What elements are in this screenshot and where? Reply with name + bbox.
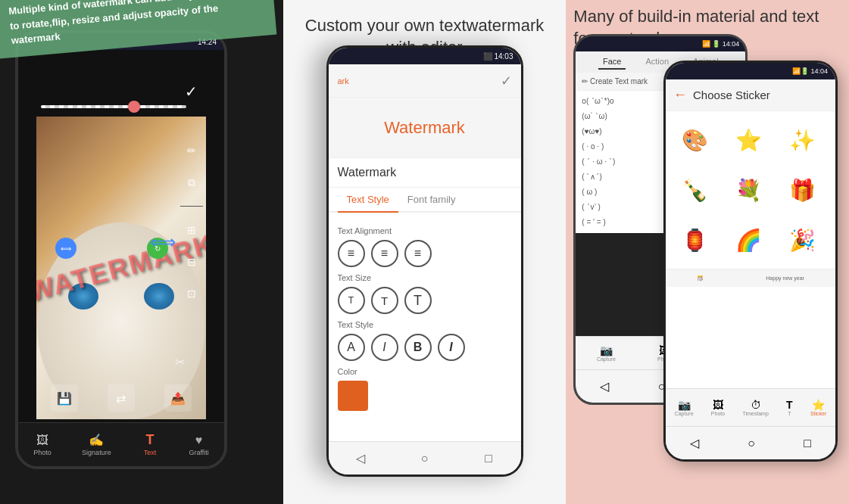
sticker-7[interactable]: 🏮 xyxy=(672,217,717,263)
color-swatch[interactable] xyxy=(338,381,368,411)
sticker-label-row: 🎊 Happy new year xyxy=(666,269,835,287)
back-nav-btn[interactable]: ◁ xyxy=(353,451,368,466)
emoji-item-8[interactable]: ( ˊvˋ) xyxy=(582,201,600,214)
align-left-icon[interactable]: ≡ xyxy=(338,240,365,267)
panel-2: Custom your own textwatermark with edito… xyxy=(283,0,567,504)
sticker-8[interactable]: 🌈 xyxy=(726,217,771,263)
timestamp-tab[interactable]: ⏱ Timestamp xyxy=(742,399,768,416)
home-nav-btn[interactable]: ○ xyxy=(417,451,432,466)
nav-signature[interactable]: ✍ Signature xyxy=(82,434,111,456)
sticker-tab[interactable]: ⭐ Sticker xyxy=(810,399,826,416)
status-bar-3b: 📶 🔋 14:04 xyxy=(576,36,745,51)
panel-3: Many of build-in material and text for y… xyxy=(566,0,849,504)
cat-eye-right xyxy=(144,283,174,310)
checkmark-btn[interactable]: ✓ xyxy=(185,82,198,101)
resize-handle-blue[interactable]: ⟺ xyxy=(55,238,76,259)
nav-bar-3f: ◁ ○ □ xyxy=(666,426,835,459)
sticker-3[interactable]: ✨ xyxy=(780,117,826,163)
opacity-knob[interactable] xyxy=(128,101,140,113)
watermark-input[interactable]: Watermark xyxy=(338,166,397,179)
nav-photo-label: Photo xyxy=(33,449,52,456)
export-icon[interactable]: 📤 xyxy=(164,384,192,412)
save-icon[interactable]: 💾 xyxy=(51,384,78,412)
phone-mockup-3-front: 📶🔋 14:04 ← Choose Sticker 🎨 ⭐ ✨ 🍾 💐 🎁 🏮 … xyxy=(663,61,838,462)
emoji-item[interactable]: o( ˊωˋ*)o xyxy=(582,95,613,108)
nav-text-label: Text xyxy=(144,449,157,456)
emoji-item-2[interactable]: (ω´ ˋω) xyxy=(582,110,607,123)
align-icon[interactable]: ⊞ xyxy=(180,219,203,241)
photo-nav-icon: 🖼 xyxy=(34,434,51,447)
pencil-icon[interactable]: ✏ xyxy=(180,139,203,162)
sticker-6[interactable]: 🎁 xyxy=(780,167,826,213)
style-normal-icon[interactable]: A xyxy=(338,334,365,361)
phone-mockup-2: ⬛ 14:03 ark ✓ Watermark Watermark Text S… xyxy=(326,45,523,477)
style-italic-icon[interactable]: I xyxy=(371,334,398,361)
input-area: Watermark xyxy=(329,158,521,188)
align-right-icon[interactable]: ≡ xyxy=(404,240,432,267)
back-status-icons: 📶 🔋 14:04 xyxy=(702,40,740,48)
emoji-item-6[interactable]: ( ˋ∧ˊ) xyxy=(582,170,601,184)
front-title: Choose Sticker xyxy=(693,89,770,101)
tab-text-style[interactable]: Text Style xyxy=(338,188,398,213)
style-bold-icon[interactable]: B xyxy=(404,334,432,361)
tab-font-family[interactable]: Font family xyxy=(398,188,465,211)
sticker-2[interactable]: ⭐ xyxy=(726,117,771,163)
recents-nav-btn[interactable]: □ xyxy=(481,451,496,466)
text-nav-icon: T xyxy=(142,434,158,447)
checkmark-button-2[interactable]: ✓ xyxy=(501,73,512,89)
style-bold-italic-icon[interactable]: I xyxy=(438,334,465,361)
emoji-item-5[interactable]: ( ˊ · ω · ˋ) xyxy=(582,155,615,169)
back-btn-3f[interactable]: ◁ xyxy=(690,436,699,450)
text-size-medium[interactable]: T xyxy=(371,287,398,314)
home-btn-3f[interactable]: ○ xyxy=(748,437,755,450)
capture-tab[interactable]: 📷 Capture xyxy=(675,399,694,416)
emoji-item-9[interactable]: ( = ' = ) xyxy=(582,216,605,229)
text-style-label: Text Style xyxy=(338,320,512,329)
recents-btn-3f[interactable]: □ xyxy=(804,437,811,450)
watermark-display-text: Watermark xyxy=(384,118,465,138)
color-label: Color xyxy=(338,367,512,376)
emoji-item-3[interactable]: (♥ω♥) xyxy=(582,125,601,138)
sticker-9[interactable]: 🎉 xyxy=(780,217,826,263)
opacity-slider[interactable] xyxy=(41,105,186,108)
text-size-small[interactable]: T xyxy=(338,287,365,314)
nav-photo[interactable]: 🖼 Photo xyxy=(33,434,52,456)
editor-tabs: Text Style Font family xyxy=(329,188,521,213)
direction-arrow: ⟺ xyxy=(150,232,176,253)
duplicate-icon[interactable]: ⊟ xyxy=(180,250,203,273)
tab-face[interactable]: Face xyxy=(598,54,626,70)
sticker-5[interactable]: 💐 xyxy=(726,167,771,213)
scissors-icon[interactable]: ✂ xyxy=(175,355,185,369)
status-bar-3f: 📶🔋 14:04 xyxy=(666,63,835,79)
emoji-item-4[interactable]: ( · o · ) xyxy=(582,140,604,154)
capture-tab-back[interactable]: 📷 Capture xyxy=(597,344,616,362)
front-header: ← Choose Sticker xyxy=(666,79,835,111)
flip-icon[interactable]: ⇄ xyxy=(108,384,135,412)
back-btn-3b[interactable]: ◁ xyxy=(600,379,609,394)
editor-content: Text Alignment ≡ ≡ ≡ Text Size T T T Tex… xyxy=(329,213,521,418)
emoji-item-7[interactable]: ( ω ) xyxy=(582,185,597,199)
layers-icon[interactable]: ⊡ xyxy=(180,282,203,305)
text-size-large[interactable]: T xyxy=(404,287,432,314)
sticker-1[interactable]: 🎨 xyxy=(672,117,717,163)
app-name: ark xyxy=(338,76,349,86)
status-bar-2: ⬛ 14:03 xyxy=(329,48,521,64)
align-center-icon[interactable]: ≡ xyxy=(371,240,398,267)
status-icons-front: 📶🔋 14:04 xyxy=(792,67,828,75)
photo-tab[interactable]: 🖼 Photo xyxy=(711,399,725,416)
back-arrow-icon[interactable]: ← xyxy=(673,87,687,103)
label-happy-text: Happy new year xyxy=(766,275,804,281)
copy-icon[interactable]: ⧉ xyxy=(180,171,203,194)
text-tab[interactable]: T T xyxy=(786,399,793,416)
text-size-label: Text Size xyxy=(338,273,512,282)
app-header-2: ark ✓ xyxy=(329,64,521,98)
nav-graffiti[interactable]: ♥ Graffiti xyxy=(189,434,208,456)
nav-text[interactable]: T Text xyxy=(142,434,158,456)
nav-bar-2: ◁ ○ □ xyxy=(329,441,521,474)
sticker-4[interactable]: 🍾 xyxy=(672,167,717,213)
nav-bar-1: 🖼 Photo ✍ Signature T Text ♥ Graffiti xyxy=(18,422,224,466)
sticker-grid: 🎨 ⭐ ✨ 🍾 💐 🎁 🏮 🌈 🎉 xyxy=(666,111,835,269)
text-size-row: T T T xyxy=(338,287,512,314)
text-alignment-label: Text Alignment xyxy=(338,226,512,235)
phone-mockup-1: 14:24 ✓ WATERMARK ⟺ ↻ ⟺ xyxy=(15,30,227,469)
